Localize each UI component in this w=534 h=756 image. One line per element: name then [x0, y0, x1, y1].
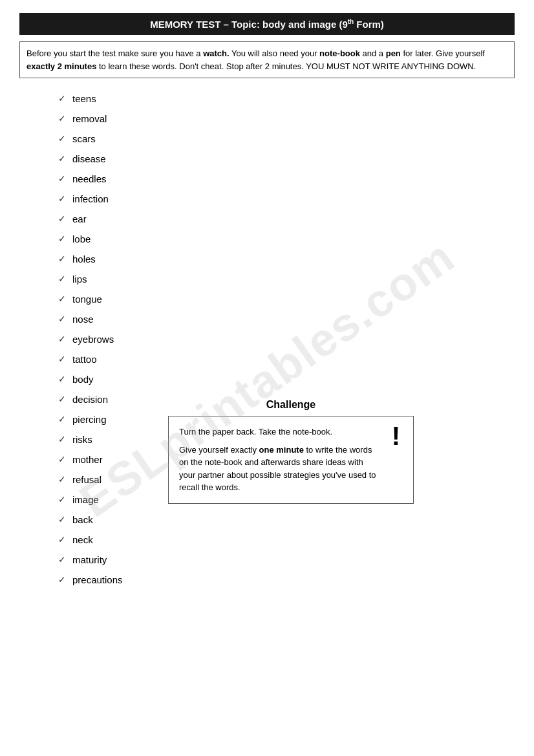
list-item: ✓eyebrows	[58, 329, 515, 349]
challenge-line2: Give yourself exactly one minute to writ…	[179, 444, 403, 494]
word-text: nose	[72, 312, 94, 326]
checkmark-icon: ✓	[58, 92, 66, 105]
list-item: ✓body	[58, 369, 515, 389]
checkmark-icon: ✓	[58, 554, 66, 567]
instructions-notebook: note-book	[319, 49, 360, 58]
word-text: tongue	[72, 292, 102, 306]
checkmark-icon: ✓	[58, 293, 66, 306]
checkmark-icon: ✓	[58, 534, 66, 546]
exclamation-icon: !	[392, 423, 400, 449]
list-item: ✓precautions	[58, 570, 515, 590]
instructions-end2: to learn these words. Don't cheat. Stop …	[96, 61, 476, 71]
list-item: ✓scars	[58, 129, 515, 149]
word-text: needles	[72, 172, 107, 186]
challenge-line1: Turn the paper back. Take the note-book.	[179, 426, 403, 438]
instructions-box: Before you start the test make sure you …	[19, 41, 515, 78]
checkmark-icon: ✓	[58, 193, 66, 206]
challenge-title: Challenge	[168, 399, 414, 411]
word-list: ✓teens✓removal✓scars✓disease✓needles✓inf…	[58, 89, 515, 590]
word-text: risks	[72, 433, 92, 446]
checkmark-icon: ✓	[58, 373, 66, 386]
instructions-pre: Before you start the test make sure you …	[27, 49, 203, 58]
word-text: mother	[72, 453, 103, 466]
list-item: ✓holes	[58, 249, 515, 269]
checkmark-icon: ✓	[58, 213, 66, 226]
checkmark-icon: ✓	[58, 493, 66, 506]
word-text: precautions	[72, 573, 123, 587]
list-item: ✓removal	[58, 109, 515, 129]
checkmark-icon: ✓	[58, 113, 66, 125]
word-text: piercing	[72, 413, 107, 426]
one-minute: one minute	[259, 445, 304, 455]
list-item: ✓tongue	[58, 289, 515, 309]
word-column: ✓teens✓removal✓scars✓disease✓needles✓inf…	[19, 89, 515, 590]
checkmark-icon: ✓	[58, 233, 66, 246]
list-item: ✓lips	[58, 269, 515, 289]
list-item: ✓nose	[58, 309, 515, 329]
instructions-end: for later. Give yourself	[401, 49, 485, 58]
word-text: refusal	[72, 473, 101, 486]
challenge-section: Challenge ! Turn the paper back. Take th…	[168, 399, 414, 504]
word-text: infection	[72, 192, 109, 206]
word-text: image	[72, 493, 99, 506]
checkmark-icon: ✓	[58, 133, 66, 146]
word-text: back	[72, 513, 93, 526]
word-text: lips	[72, 272, 87, 286]
checkmark-icon: ✓	[58, 273, 66, 286]
list-item: ✓needles	[58, 169, 515, 189]
list-item: ✓maturity	[58, 550, 515, 570]
word-text: body	[72, 373, 94, 386]
checkmark-icon: ✓	[58, 393, 66, 406]
instructions-exactly: exactly 2 minutes	[27, 61, 96, 71]
list-item: ✓neck	[58, 530, 515, 550]
checkmark-icon: ✓	[58, 313, 66, 326]
word-text: eyebrows	[72, 332, 114, 346]
checkmark-icon: ✓	[58, 173, 66, 186]
word-text: disease	[72, 152, 106, 166]
checkmark-icon: ✓	[58, 473, 66, 486]
page-title: MEMORY TEST – Topic: body and image (9th…	[19, 13, 515, 35]
word-text: holes	[72, 252, 96, 266]
checkmark-icon: ✓	[58, 153, 66, 166]
checkmark-icon: ✓	[58, 574, 66, 587]
word-text: teens	[72, 92, 96, 105]
list-item: ✓disease	[58, 149, 515, 169]
word-text: maturity	[72, 553, 107, 567]
checkmark-icon: ✓	[58, 413, 66, 426]
challenge-box: ! Turn the paper back. Take the note-boo…	[168, 416, 414, 504]
word-text: lobe	[72, 232, 91, 246]
word-text: scars	[72, 132, 96, 146]
instructions-watch: watch.	[203, 49, 229, 58]
checkmark-icon: ✓	[58, 513, 66, 526]
checkmark-icon: ✓	[58, 433, 66, 446]
list-item: ✓ear	[58, 209, 515, 229]
instructions-mid2: and a	[360, 49, 386, 58]
list-item: ✓teens	[58, 89, 515, 109]
instructions-mid: You will also need your	[230, 49, 319, 58]
word-text: removal	[72, 112, 107, 125]
checkmark-icon: ✓	[58, 353, 66, 366]
list-item: ✓back	[58, 510, 515, 530]
word-text: neck	[72, 533, 93, 546]
word-text: ear	[72, 212, 87, 226]
list-item: ✓infection	[58, 189, 515, 209]
checkmark-icon: ✓	[58, 333, 66, 346]
instructions-pen: pen	[386, 49, 401, 58]
list-item: ✓tattoo	[58, 349, 515, 369]
checkmark-icon: ✓	[58, 253, 66, 266]
main-content: ✓teens✓removal✓scars✓disease✓needles✓inf…	[19, 89, 515, 590]
word-text: tattoo	[72, 352, 97, 366]
checkmark-icon: ✓	[58, 453, 66, 466]
word-text: decision	[72, 393, 108, 406]
list-item: ✓lobe	[58, 229, 515, 249]
